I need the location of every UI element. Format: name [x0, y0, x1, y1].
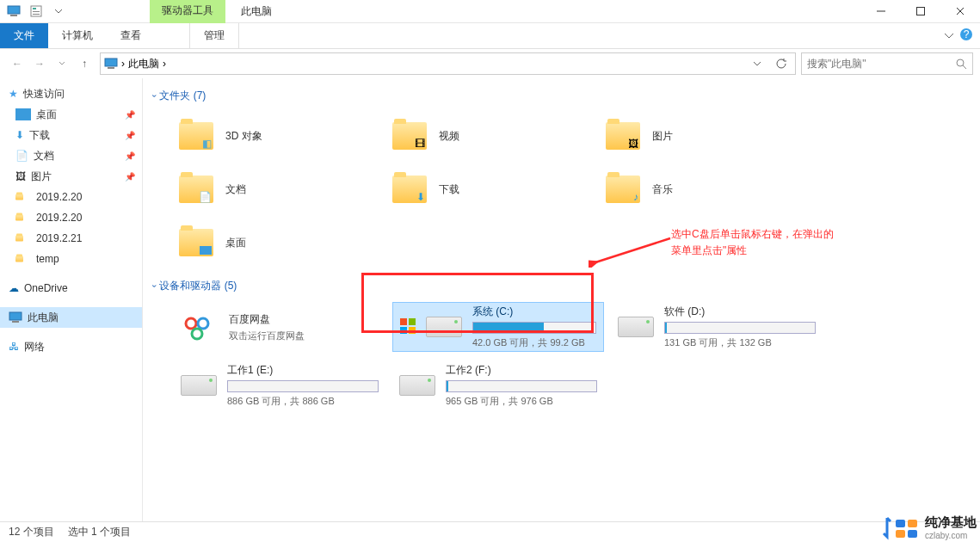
- pc-icon: [9, 311, 22, 323]
- address-dropdown-icon[interactable]: [747, 53, 767, 74]
- pin-icon: 📌: [125, 110, 135, 120]
- watermark-url: czlaby.com: [925, 531, 977, 540]
- sidebar-quick-access[interactable]: ★快速访问: [0, 83, 142, 104]
- folder-icon: 📄: [179, 176, 213, 203]
- svg-rect-4: [33, 11, 40, 12]
- nav-back-button[interactable]: ←: [7, 53, 28, 74]
- quick-access-toolbar: [0, 2, 72, 21]
- sidebar-folder-1[interactable]: 2019.2.20: [0, 187, 142, 207]
- minimize-button[interactable]: [861, 0, 901, 23]
- nav-recent-dropdown[interactable]: [52, 53, 72, 74]
- sidebar-documents[interactable]: 📄文档📌: [0, 145, 142, 166]
- storage-bar: [472, 322, 596, 334]
- qat-properties-icon[interactable]: [26, 2, 46, 21]
- folder-icon: [15, 256, 23, 262]
- svg-rect-24: [896, 520, 905, 527]
- pin-icon: 📌: [125, 131, 135, 140]
- address-bar[interactable]: › 此电脑 ›: [100, 52, 796, 75]
- folder-3d-objects[interactable]: ◧3D 对象: [174, 112, 380, 160]
- svg-rect-19: [400, 318, 407, 325]
- baidu-icon: [181, 313, 219, 341]
- close-button[interactable]: [940, 0, 980, 23]
- folder-pictures[interactable]: 🖼图片: [601, 112, 807, 160]
- watermark-logo-icon: [882, 514, 920, 540]
- sidebar-desktop[interactable]: 桌面📌: [0, 104, 142, 125]
- nav-forward-button[interactable]: →: [29, 53, 50, 74]
- drive-f[interactable]: 工作2 (F:)965 GB 可用，共 976 GB: [392, 360, 604, 410]
- network-icon: 🖧: [9, 341, 19, 353]
- folder-icon: ⬇: [392, 176, 427, 203]
- drive-d[interactable]: 软件 (D:)131 GB 可用，共 132 GB: [611, 302, 823, 352]
- sidebar-pictures[interactable]: 🖼图片📌: [0, 166, 142, 187]
- svg-point-16: [186, 318, 196, 329]
- svg-rect-15: [12, 321, 19, 323]
- help-icon[interactable]: ?: [959, 28, 973, 44]
- maximize-button[interactable]: [901, 0, 940, 23]
- svg-point-17: [198, 318, 208, 329]
- ribbon-tab-computer[interactable]: 计算机: [48, 23, 107, 48]
- svg-rect-14: [9, 312, 22, 320]
- svg-point-18: [192, 329, 202, 339]
- svg-rect-20: [409, 318, 416, 325]
- sidebar-folder-2[interactable]: 2019.2.20: [0, 207, 142, 228]
- search-box[interactable]: [801, 52, 973, 75]
- folder-music[interactable]: ♪音乐: [601, 165, 807, 213]
- svg-rect-27: [908, 530, 917, 538]
- ribbon-tab-view[interactable]: 查看: [107, 23, 155, 48]
- folder-icon: ◧: [179, 122, 213, 150]
- storage-bar: [227, 380, 379, 392]
- sidebar-onedrive[interactable]: ☁OneDrive: [0, 278, 142, 299]
- group-header-devices[interactable]: › 设备和驱动器 (5): [153, 279, 970, 293]
- svg-point-12: [957, 59, 964, 66]
- folder-documents[interactable]: 📄文档: [174, 165, 380, 213]
- drive-baidu[interactable]: 百度网盘双击运行百度网盘: [174, 302, 385, 352]
- window-title: 此电脑: [241, 4, 272, 19]
- qat-dropdown-icon[interactable]: [48, 2, 69, 21]
- search-icon: [955, 58, 967, 70]
- ribbon-expand-icon[interactable]: [944, 30, 954, 42]
- address-location[interactable]: 此电脑: [128, 57, 159, 71]
- address-bar-row: ← → ↑ › 此电脑 ›: [0, 49, 980, 78]
- svg-text:?: ?: [964, 28, 970, 40]
- svg-rect-3: [33, 8, 36, 9]
- folder-icon: 🖼: [606, 122, 640, 150]
- folder-videos[interactable]: 🎞视频: [387, 112, 594, 160]
- sidebar-folder-3[interactable]: 2019.2.21: [0, 228, 142, 249]
- svg-rect-1: [10, 15, 17, 16]
- star-icon: ★: [9, 88, 18, 100]
- search-input[interactable]: [807, 58, 955, 70]
- chevron-down-icon: ›: [150, 285, 159, 287]
- address-separator[interactable]: ›: [163, 58, 166, 70]
- contextual-tab-drive-tools[interactable]: 驱动器工具: [150, 0, 225, 23]
- address-separator[interactable]: ›: [121, 58, 125, 70]
- contextual-tab-label-top: 驱动器工具: [162, 3, 213, 18]
- windows-icon: [400, 318, 416, 336]
- refresh-icon[interactable]: [771, 53, 792, 74]
- sidebar-this-pc[interactable]: 此电脑: [0, 307, 142, 328]
- status-selected-count: 选中 1 个项目: [68, 525, 131, 539]
- chevron-down-icon: ›: [150, 95, 159, 97]
- sidebar-network[interactable]: 🖧网络: [0, 336, 142, 357]
- desktop-icon: [15, 108, 31, 120]
- folder-downloads[interactable]: ⬇下载: [387, 165, 594, 213]
- folder-icon: [15, 236, 23, 242]
- drive-icon: [399, 375, 435, 396]
- sidebar-folder-4[interactable]: temp: [0, 249, 142, 269]
- sidebar-downloads[interactable]: ⬇下载📌: [0, 125, 142, 145]
- ribbon-tabs: 文件 计算机 查看 管理 ?: [0, 23, 980, 49]
- folder-desktop[interactable]: 桌面: [174, 219, 380, 267]
- drive-e[interactable]: 工作1 (E:)886 GB 可用，共 886 GB: [174, 360, 385, 410]
- nav-up-button[interactable]: ↑: [74, 53, 95, 74]
- watermark: 纯净基地 czlaby.com: [882, 514, 977, 540]
- qat-pc-icon[interactable]: [3, 2, 24, 21]
- ribbon-tab-manage[interactable]: 管理: [189, 23, 239, 48]
- pc-icon: [104, 58, 118, 70]
- status-item-count: 12 个项目: [9, 525, 54, 539]
- drive-c[interactable]: 系统 (C:)42.0 GB 可用，共 99.2 GB: [392, 302, 604, 352]
- storage-bar: [446, 380, 597, 392]
- cloud-icon: ☁: [9, 282, 19, 294]
- ribbon-tab-file[interactable]: 文件: [0, 23, 48, 48]
- group-header-folders[interactable]: › 文件夹 (7): [153, 89, 970, 103]
- storage-bar: [664, 322, 816, 334]
- pin-icon: 📌: [125, 172, 135, 182]
